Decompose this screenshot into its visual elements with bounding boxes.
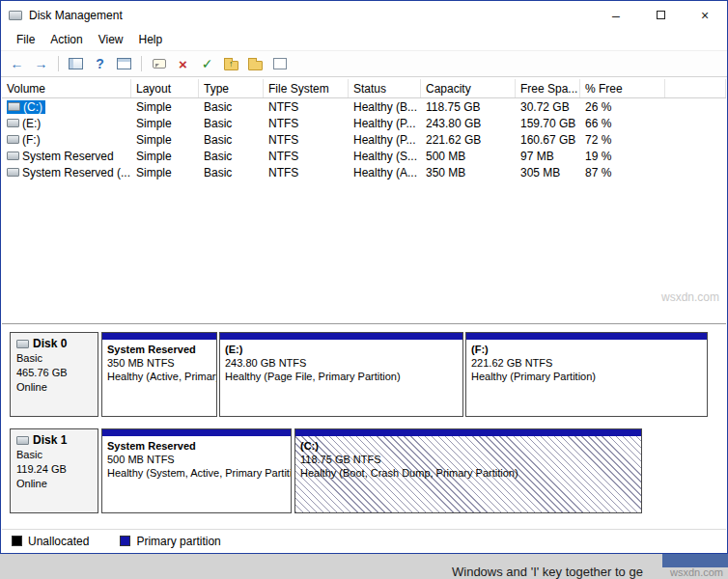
- disk-icon: [16, 340, 29, 348]
- app-disk-icon: [9, 11, 22, 20]
- volume-row-system-reserved-2[interactable]: System Reserved (... Simple Basic NTFS H…: [2, 164, 726, 180]
- primary-partition-band: [220, 333, 462, 340]
- cell-fs: NTFS: [264, 117, 349, 130]
- toolbar: ← → ? × ✓: [1, 50, 727, 77]
- cell-pct: 87 %: [580, 166, 665, 179]
- col-file-system[interactable]: File System: [264, 79, 349, 97]
- volume-label: (C:): [23, 100, 42, 114]
- toolbar-separator: [141, 56, 142, 71]
- cell-type: Basic: [199, 100, 264, 114]
- folder-up-icon: [224, 61, 238, 70]
- volume-list: Volume Layout Type File System Status Ca…: [2, 79, 726, 323]
- partition-size: 243.80 GB NTFS: [225, 356, 458, 370]
- menu-file[interactable]: File: [9, 31, 42, 48]
- minimize-button[interactable]: –: [594, 1, 638, 29]
- cell-layout: Simple: [131, 117, 199, 130]
- graphical-view: Disk 0 Basic 465.76 GB Online System Res…: [2, 323, 726, 529]
- console-tree-icon: [69, 58, 83, 69]
- disk-status: Online: [16, 380, 92, 395]
- primary-partition-band: [466, 333, 707, 340]
- explore-folder-button[interactable]: [244, 53, 266, 74]
- col-pct-free[interactable]: % Free: [580, 79, 665, 97]
- cell-type: Basic: [199, 150, 264, 163]
- partition-status: Healthy (System, Active, Primary Partiti…: [107, 466, 286, 480]
- decorative-block: [662, 554, 728, 567]
- col-free-space[interactable]: Free Spa...: [516, 79, 580, 97]
- volume-icon: [7, 119, 19, 127]
- partition-status: Healthy (Page File, Primary Partition): [225, 370, 458, 383]
- partition-status: Healthy (Boot, Crash Dump, Primary Parti…: [300, 466, 636, 480]
- disk-management-window: Disk Management – × File Action View Hel…: [0, 0, 728, 554]
- details-list-icon: [273, 58, 287, 69]
- volume-row-f[interactable]: (F:) Simple Basic NTFS Healthy (P... 221…: [2, 131, 726, 148]
- cell-capacity: 350 MB: [421, 166, 516, 179]
- cell-status: Healthy (S...: [349, 150, 421, 163]
- cell-status: Healthy (P...: [349, 133, 421, 147]
- disk-name: Disk 0: [33, 337, 67, 351]
- volume-icon: [7, 168, 19, 177]
- help-button[interactable]: ?: [89, 53, 111, 74]
- cell-type: Basic: [199, 133, 264, 147]
- forward-button[interactable]: →: [30, 53, 52, 74]
- disk-1-panel[interactable]: Disk 1 Basic 119.24 GB Online: [10, 428, 98, 513]
- col-status[interactable]: Status: [349, 79, 421, 97]
- cell-layout: Simple: [131, 133, 199, 147]
- cell-capacity: 243.80 GB: [421, 117, 516, 130]
- volume-icon: [7, 135, 19, 144]
- col-layout[interactable]: Layout: [131, 79, 199, 97]
- menu-action[interactable]: Action: [42, 31, 90, 48]
- page-background-strip: Windows and 'I' key together to ge wsxdn…: [0, 554, 728, 579]
- cell-free: 97 MB: [516, 150, 580, 163]
- cell-free: 305 MB: [516, 166, 580, 179]
- mark-active-button[interactable]: ✓: [196, 53, 218, 74]
- cell-fs: NTFS: [264, 150, 349, 163]
- cell-type: Basic: [199, 166, 264, 179]
- partition-status: Healthy (Active, Primary Partition): [107, 370, 211, 383]
- partition-size: 500 MB NTFS: [107, 453, 286, 466]
- partition-c-selected[interactable]: (C:) 118.75 GB NTFS Healthy (Boot, Crash…: [294, 428, 642, 513]
- volume-row-c[interactable]: (C:) Simple Basic NTFS Healthy (B... 118…: [2, 98, 726, 115]
- cell-status: Healthy (B...: [349, 100, 421, 114]
- cell-status: Healthy (A...: [349, 166, 421, 179]
- delete-volume-button[interactable]: ×: [172, 53, 194, 74]
- partition-system-reserved-disk0[interactable]: System Reserved 350 MB NTFS Healthy (Act…: [101, 332, 217, 417]
- disk-kind: Basic: [16, 351, 92, 366]
- window-title: Disk Management: [29, 9, 123, 22]
- partition-size: 221.62 GB NTFS: [471, 356, 702, 370]
- col-capacity[interactable]: Capacity: [421, 79, 516, 97]
- partition-label: System Reserved: [107, 343, 211, 356]
- partition-f[interactable]: (F:) 221.62 GB NTFS Healthy (Primary Par…: [465, 332, 708, 417]
- action-pane-icon: [117, 58, 131, 69]
- properties-button[interactable]: [268, 53, 291, 74]
- folder-icon: [248, 61, 263, 70]
- action-menu-button[interactable]: [148, 53, 170, 74]
- cell-fs: NTFS: [264, 133, 349, 147]
- open-folder-button[interactable]: [220, 53, 242, 74]
- partition-label: (E:): [225, 343, 458, 356]
- volume-label: (E:): [22, 117, 41, 130]
- menu-help[interactable]: Help: [131, 31, 171, 48]
- volume-row-e[interactable]: (E:) Simple Basic NTFS Healthy (P... 243…: [2, 115, 726, 131]
- maximize-button[interactable]: [638, 1, 683, 29]
- partition-size: 350 MB NTFS: [107, 356, 211, 370]
- volume-icon: [7, 152, 19, 160]
- partition-system-reserved-disk1[interactable]: System Reserved 500 MB NTFS Healthy (Sys…: [101, 428, 292, 513]
- disk-status: Online: [16, 477, 92, 491]
- back-button[interactable]: ←: [6, 53, 28, 74]
- action-pane-button[interactable]: [113, 53, 135, 74]
- partition-label: (C:): [300, 439, 636, 453]
- primary-partition-band: [295, 429, 641, 436]
- close-button[interactable]: ×: [683, 1, 727, 29]
- partition-label: System Reserved: [107, 439, 286, 453]
- console-tree-button[interactable]: [65, 53, 87, 74]
- volume-label: (F:): [22, 133, 41, 147]
- menu-view[interactable]: View: [91, 31, 131, 48]
- volume-row-system-reserved[interactable]: System Reserved Simple Basic NTFS Health…: [2, 148, 726, 164]
- partition-e[interactable]: (E:) 243.80 GB NTFS Healthy (Page File, …: [219, 332, 463, 417]
- primary-partition-band: [102, 429, 291, 436]
- col-volume[interactable]: Volume: [2, 79, 131, 97]
- volume-label: System Reserved (...: [22, 166, 130, 179]
- col-type[interactable]: Type: [199, 79, 264, 97]
- disk-0-panel[interactable]: Disk 0 Basic 465.76 GB Online: [10, 332, 98, 417]
- legend-bar: Unallocated Primary partition: [2, 529, 726, 552]
